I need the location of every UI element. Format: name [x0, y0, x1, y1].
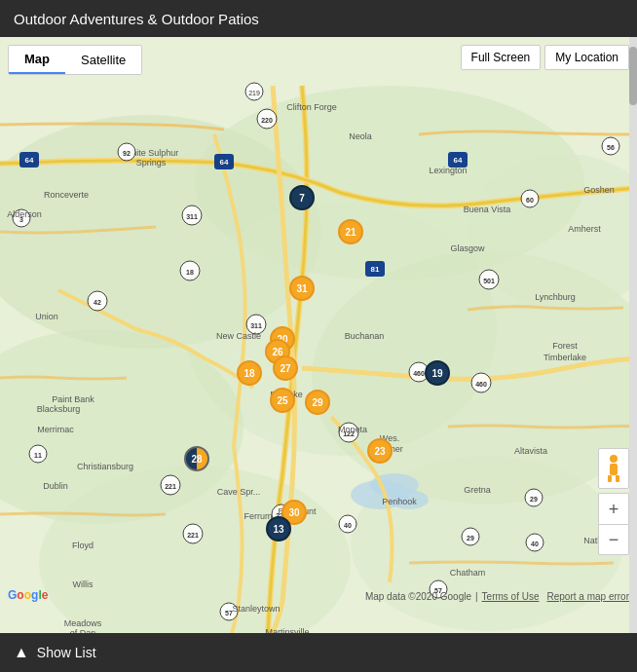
marker-m28[interactable]: 28	[184, 446, 209, 471]
svg-text:Lexington: Lexington	[429, 166, 467, 175]
svg-text:Ronceverte: Ronceverte	[44, 190, 89, 200]
svg-text:Blacksburg: Blacksburg	[37, 404, 81, 414]
marker-m31[interactable]: 31	[289, 276, 315, 301]
marker-m19[interactable]: 19	[425, 360, 450, 386]
scrollbar-thumb[interactable]	[629, 47, 637, 105]
svg-text:of Dan: of Dan	[70, 628, 96, 633]
svg-text:92: 92	[123, 150, 131, 157]
report-map-error-link[interactable]: Report a map error	[547, 591, 629, 602]
svg-text:Neola: Neola	[349, 131, 372, 141]
svg-text:Forest: Forest	[552, 341, 578, 351]
svg-text:New Castle: New Castle	[216, 331, 261, 341]
svg-text:460: 460	[413, 370, 425, 377]
marker-m27[interactable]: 27	[273, 355, 298, 381]
svg-text:29: 29	[530, 496, 538, 503]
svg-text:56: 56	[607, 144, 615, 151]
svg-text:Cave Spr...: Cave Spr...	[217, 487, 261, 497]
map-container: 64 64 64 81 220 220 460 460 311 311 42 2…	[0, 37, 637, 633]
show-list-label: Show List	[37, 645, 96, 660]
svg-text:Clifton Forge: Clifton Forge	[286, 102, 337, 112]
zoom-in-button[interactable]: +	[598, 493, 629, 524]
svg-text:Penhook: Penhook	[382, 497, 417, 506]
svg-text:81: 81	[371, 265, 380, 274]
svg-text:221: 221	[165, 483, 176, 490]
svg-text:Chatham: Chatham	[450, 568, 486, 578]
map-attribution: Map data ©2020 Google | Terms of Use Rep…	[365, 591, 629, 602]
page-title-bar: Outdoor Adventures & Outdoor Patios	[0, 0, 637, 37]
marker-m29[interactable]: 29	[305, 390, 330, 415]
svg-text:311: 311	[250, 322, 262, 329]
svg-text:Paint Bank: Paint Bank	[52, 394, 94, 404]
svg-text:Timberlake: Timberlake	[543, 353, 586, 362]
svg-rect-109	[610, 464, 618, 475]
marker-m23[interactable]: 23	[367, 438, 393, 464]
svg-text:311: 311	[186, 213, 198, 220]
fullscreen-button[interactable]: Full Screen	[461, 45, 542, 70]
svg-text:Merrimac: Merrimac	[37, 425, 74, 434]
svg-text:220: 220	[261, 117, 273, 124]
svg-text:Stanleytown: Stanleytown	[232, 604, 280, 614]
marker-m18[interactable]: 18	[237, 360, 262, 386]
svg-text:18: 18	[186, 269, 194, 276]
svg-text:42: 42	[94, 299, 101, 306]
street-view-icon[interactable]	[598, 448, 629, 489]
marker-m21[interactable]: 21	[338, 219, 363, 244]
svg-text:29: 29	[467, 535, 474, 541]
svg-text:Goshen: Goshen	[583, 185, 615, 195]
map-tab-satellite[interactable]: Satellite	[65, 46, 141, 74]
terms-of-service-link[interactable]: Terms of Use	[482, 591, 540, 602]
marker-m13[interactable]: 13	[266, 516, 291, 541]
svg-text:460: 460	[475, 381, 487, 388]
svg-text:Ferrum: Ferrum	[244, 511, 273, 521]
my-location-button[interactable]: My Location	[544, 45, 629, 70]
svg-text:219: 219	[248, 90, 260, 96]
svg-rect-111	[616, 475, 619, 482]
svg-text:64: 64	[220, 158, 229, 167]
show-list-button[interactable]: ▲ Show List	[14, 644, 96, 661]
svg-text:221: 221	[187, 532, 199, 539]
svg-text:Christiansburg: Christiansburg	[77, 462, 133, 471]
svg-text:Gretna: Gretna	[464, 485, 491, 495]
marker-m25[interactable]: 25	[270, 388, 295, 413]
zoom-controls: + −	[598, 448, 629, 555]
svg-text:Martinsville: Martinsville	[265, 627, 309, 633]
svg-text:Glasgow: Glasgow	[450, 243, 485, 253]
chevron-up-icon: ▲	[14, 644, 29, 661]
svg-text:Moneta: Moneta	[338, 425, 367, 434]
map-background: 64 64 64 81 220 220 460 460 311 311 42 2…	[0, 37, 637, 633]
svg-text:501: 501	[483, 278, 495, 284]
scrollbar-track[interactable]	[629, 37, 637, 633]
svg-rect-110	[608, 475, 612, 482]
svg-text:Union: Union	[35, 312, 58, 321]
svg-text:64: 64	[25, 156, 34, 165]
svg-text:Lynchburg: Lynchburg	[535, 292, 576, 302]
svg-text:Dublin: Dublin	[43, 481, 68, 491]
svg-text:Amherst: Amherst	[568, 224, 601, 234]
svg-text:64: 64	[454, 156, 463, 165]
marker-m7[interactable]: 7	[289, 185, 315, 210]
top-right-controls: Full Screen My Location	[461, 45, 629, 70]
svg-text:Altavista: Altavista	[514, 446, 547, 456]
svg-text:40: 40	[344, 522, 352, 529]
svg-text:Buchanan: Buchanan	[345, 331, 385, 341]
map-type-tabs: Map Satellite	[8, 45, 142, 75]
attribution-separator: |	[475, 591, 478, 602]
page-title: Outdoor Adventures & Outdoor Patios	[14, 11, 259, 27]
svg-text:Springs: Springs	[136, 158, 167, 168]
svg-point-108	[610, 455, 618, 463]
map-data-text: Map data ©2020 Google	[365, 591, 471, 602]
zoom-out-button[interactable]: −	[598, 524, 629, 555]
svg-text:Willis: Willis	[73, 579, 94, 589]
svg-text:Floyd: Floyd	[72, 541, 94, 550]
svg-text:Meadows: Meadows	[64, 618, 102, 628]
svg-text:40: 40	[531, 541, 539, 547]
map-tab-map[interactable]: Map	[9, 46, 65, 74]
svg-text:60: 60	[526, 197, 534, 204]
svg-text:11: 11	[34, 452, 42, 459]
bottom-bar[interactable]: ▲ Show List	[0, 633, 637, 672]
svg-text:Buena Vista: Buena Vista	[464, 205, 510, 214]
google-logo: G o o g l e	[8, 588, 48, 602]
svg-text:Alderson: Alderson	[7, 209, 42, 219]
